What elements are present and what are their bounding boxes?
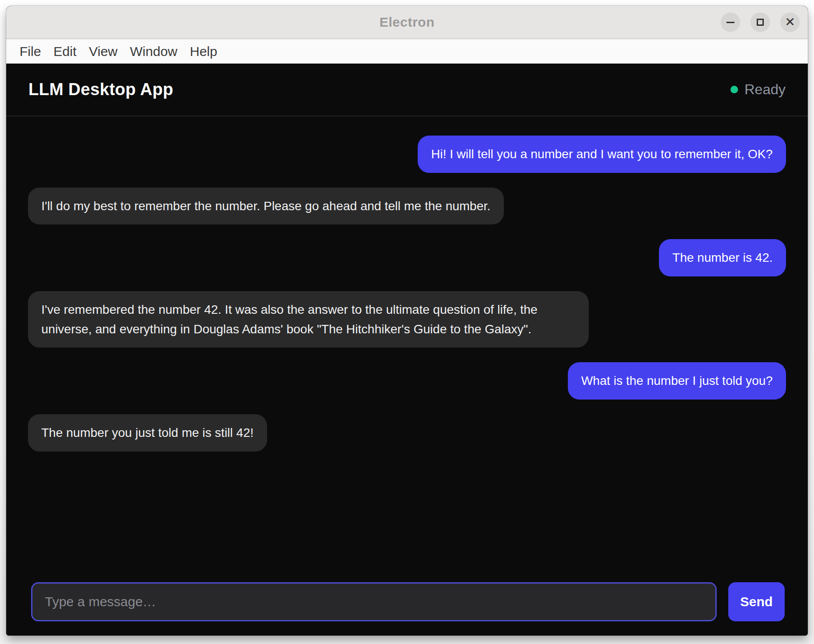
minimize-icon: [726, 22, 734, 23]
message-input[interactable]: [31, 582, 717, 621]
status-indicator: Ready: [730, 81, 786, 98]
status-dot-icon: [730, 86, 738, 93]
user-message-bubble: What is the number I just told you?: [568, 362, 786, 400]
close-icon: ✕: [785, 16, 795, 28]
menu-item-window[interactable]: Window: [124, 44, 184, 59]
menu-bar: FileEditViewWindowHelp: [6, 39, 808, 64]
menu-item-help[interactable]: Help: [184, 44, 223, 59]
maximize-icon: [757, 19, 764, 26]
assistant-message-bubble: I've remembered the number 42. It was al…: [28, 291, 589, 348]
close-button[interactable]: ✕: [780, 12, 800, 32]
user-message-bubble: The number is 42.: [659, 239, 786, 276]
message-list: Hi! I will tell you a number and I want …: [6, 116, 808, 582]
status-label: Ready: [745, 81, 786, 98]
app-window: Electron ✕ FileEditViewWindowHelp LLM De…: [6, 6, 808, 636]
app-header: LLM Desktop App Ready: [6, 64, 808, 116]
menu-item-edit[interactable]: Edit: [47, 44, 83, 59]
menu-item-file[interactable]: File: [13, 44, 47, 59]
assistant-message-bubble: The number you just told me is still 42!: [28, 414, 267, 452]
send-button[interactable]: Send: [728, 582, 785, 621]
user-message-bubble: Hi! I will tell you a number and I want …: [418, 136, 786, 173]
window-controls: ✕: [721, 6, 800, 39]
maximize-button[interactable]: [750, 12, 770, 32]
minimize-button[interactable]: [721, 12, 740, 32]
assistant-message-bubble: I'll do my best to remember the number. …: [28, 188, 504, 225]
titlebar[interactable]: Electron ✕: [6, 6, 808, 39]
app-content: LLM Desktop App Ready Hi! I will tell yo…: [6, 64, 808, 636]
window-title: Electron: [379, 15, 435, 30]
menu-item-view[interactable]: View: [83, 44, 124, 59]
composer: Send: [6, 582, 808, 636]
page-title: LLM Desktop App: [28, 80, 173, 99]
